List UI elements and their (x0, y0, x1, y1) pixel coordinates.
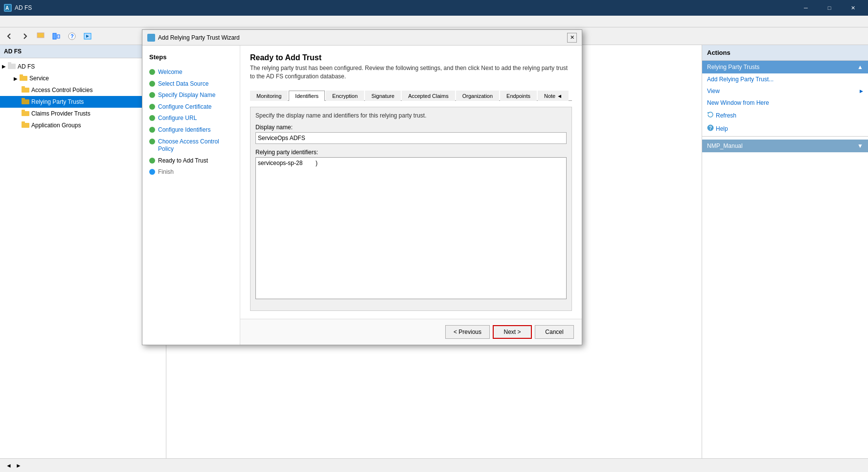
step-configure-url: Configure URL (149, 113, 233, 124)
tab-endpoints[interactable]: Endpoints (500, 91, 537, 101)
step-label-display-name[interactable]: Specify Display Name (158, 92, 215, 99)
identifiers-area: Specify the display name and identifiers… (255, 112, 567, 301)
display-name-group: Display name: (255, 124, 567, 144)
help-action[interactable]: ? Help (702, 122, 868, 135)
tab-organization[interactable]: Organization (456, 91, 499, 101)
step-welcome: Welcome (149, 67, 233, 78)
help-icon: ? (707, 124, 714, 133)
step-label-configure-id[interactable]: Configure Identifiers (158, 126, 210, 134)
new-window-label: New Window from Here (707, 99, 769, 106)
wizard-content-area: Monitoring Identifiers Encryption Signat… (240, 91, 582, 319)
tree-item-adfs[interactable]: ▶ AD FS (0, 60, 166, 72)
identifiers-label: Relying party identifiers: (255, 149, 567, 156)
tree-item-access[interactable]: Access Control Policies (0, 84, 166, 96)
step-dot-configure-cert (149, 104, 155, 110)
tree-item-service[interactable]: ▶ Service (0, 72, 166, 84)
rpt-section[interactable]: Relying Party Trusts ▲ (702, 61, 868, 73)
help-button[interactable]: ? (65, 29, 79, 43)
tab-accepted-claims[interactable]: Accepted Claims (402, 91, 455, 101)
svg-point-24 (149, 35, 154, 40)
step-access-policy: Choose Access Control Policy (149, 136, 233, 155)
expand-icon: ▶ (2, 64, 6, 69)
svg-rect-20 (22, 121, 25, 124)
tree-item-relying[interactable]: Relying Party Trusts (0, 96, 166, 108)
next-button[interactable]: Next > (493, 325, 532, 339)
tab-identifiers-label: Identifiers (295, 93, 319, 99)
step-label-select-data[interactable]: Select Data Source (158, 80, 208, 88)
status-bar: ◄ ► (0, 458, 868, 472)
step-label-configure-cert[interactable]: Configure Certificate (158, 103, 211, 111)
app-icon: A (4, 4, 12, 12)
step-configure-cert: Configure Certificate (149, 101, 233, 113)
wizard-body: Steps Welcome Select Data Source Specify… (142, 46, 582, 345)
refresh-icon (707, 111, 714, 119)
step-display-name: Specify Display Name (149, 90, 233, 101)
svg-text:A: A (5, 5, 9, 11)
step-label-ready[interactable]: Ready to Add Trust (158, 157, 208, 165)
left-panel-title: AD FS (4, 48, 22, 55)
step-label-finish[interactable]: Finish (158, 168, 174, 176)
back-button[interactable] (2, 29, 17, 43)
step-dot-configure-id (149, 127, 155, 133)
step-configure-id: Configure Identifiers (149, 124, 233, 136)
step-dot-ready (149, 158, 155, 164)
left-panel-header: AD FS (0, 45, 166, 58)
step-label-access-policy[interactable]: Choose Access Control Policy (158, 138, 233, 153)
scroll-left-button[interactable]: ◄ (4, 462, 14, 469)
view-action[interactable]: View (702, 85, 868, 97)
nmp-section-label: NMP_Manual (707, 142, 743, 149)
tab-encryption-label: Encryption (332, 93, 358, 99)
tab-notes[interactable]: Note ◄ (538, 91, 569, 101)
cancel-button[interactable]: Cancel (535, 325, 574, 339)
show-hide-button[interactable] (49, 29, 64, 43)
title-bar: A AD FS ─ □ ✕ (0, 0, 868, 16)
tab-identifiers[interactable]: Identifiers (289, 91, 325, 101)
wizard-close-button[interactable]: ✕ (567, 33, 577, 43)
tab-monitoring-label: Monitoring (256, 93, 281, 99)
right-panel: Actions Relying Party Trusts ▲ Add Relyi… (702, 45, 868, 458)
nmp-section[interactable]: NMP_Manual ▼ (702, 140, 868, 152)
add-rpt-action[interactable]: Add Relying Party Trust... (702, 73, 868, 85)
steps-title: Steps (149, 53, 233, 61)
step-dot-welcome (149, 69, 155, 75)
tree-item-claims[interactable]: Claims Provider Trusts (0, 108, 166, 119)
tab-signature[interactable]: Signature (365, 91, 401, 101)
wizard-dialog: Add Relying Party Trust Wizard ✕ Steps W… (142, 29, 582, 345)
tree-label-relying: Relying Party Trusts (31, 98, 84, 105)
left-panel: AD FS ▶ AD FS ▶ Service (0, 45, 166, 458)
tab-content-identifiers: Specify the display name and identifiers… (250, 107, 572, 311)
svg-rect-18 (22, 110, 25, 112)
title-bar-controls: ─ □ ✕ (795, 0, 864, 16)
previous-button[interactable]: < Previous (445, 325, 490, 339)
minimize-button[interactable]: ─ (795, 0, 817, 16)
refresh-action[interactable]: Refresh (702, 109, 868, 122)
tree-item-appgroups[interactable]: Application Groups (0, 119, 166, 131)
step-label-configure-url[interactable]: Configure URL (158, 115, 197, 122)
step-label-welcome[interactable]: Welcome (158, 69, 183, 76)
tab-accepted-claims-label: Accepted Claims (408, 93, 449, 99)
folder-icon-access (22, 86, 29, 94)
maximize-button[interactable]: □ (818, 0, 841, 16)
tree-label-claims: Claims Provider Trusts (31, 110, 91, 117)
identifiers-textarea[interactable] (255, 157, 567, 299)
display-name-label: Display name: (255, 124, 567, 131)
step-dot-configure-url (149, 115, 155, 121)
scroll-right-button[interactable]: ► (14, 462, 23, 469)
new-window-action[interactable]: New Window from Here (702, 97, 868, 109)
display-name-input[interactable] (255, 132, 567, 144)
up-button[interactable] (33, 29, 48, 43)
add-rpt-label: Add Relying Party Trust... (707, 76, 774, 83)
tab-encryption[interactable]: Encryption (326, 91, 364, 101)
tab-monitoring[interactable]: Monitoring (250, 91, 288, 101)
close-button[interactable]: ✕ (842, 0, 864, 16)
nmp-collapse-icon: ▼ (857, 142, 863, 149)
svg-rect-14 (22, 86, 25, 89)
steps-panel: Steps Welcome Select Data Source Specify… (142, 46, 240, 345)
tree-label-access: Access Control Policies (31, 87, 92, 94)
wizard-icon (147, 34, 155, 42)
forward-button[interactable] (18, 29, 32, 43)
tree-view: ▶ AD FS ▶ Service (0, 58, 166, 133)
menu-bar (0, 16, 868, 27)
run-button[interactable] (80, 29, 95, 43)
identifiers-group: Relying party identifiers: (255, 149, 567, 301)
